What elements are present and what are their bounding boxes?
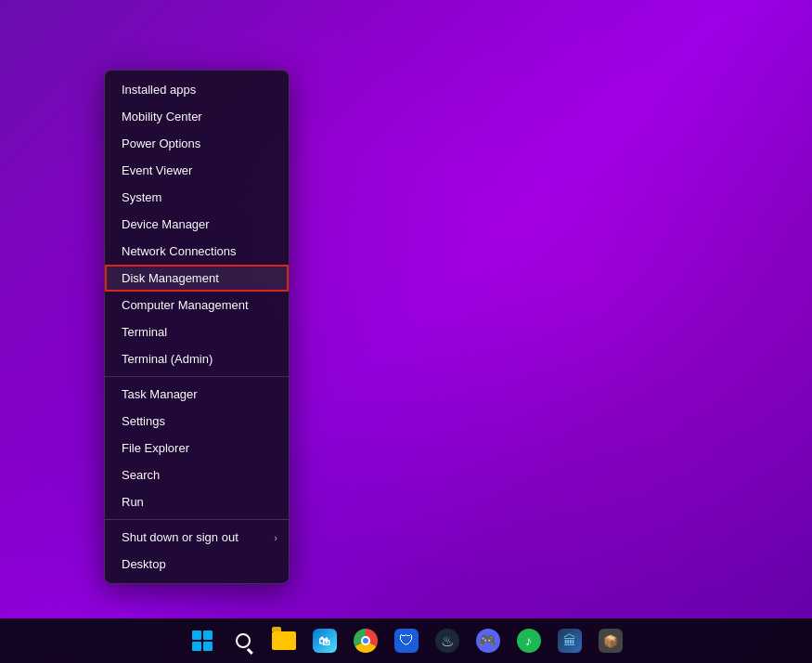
menu-separator bbox=[105, 376, 289, 377]
folder-icon bbox=[272, 631, 296, 650]
taskbar-icon-search[interactable] bbox=[225, 622, 262, 659]
store-icon: 🛍 bbox=[313, 629, 337, 653]
taskbar-icon-bitwarden[interactable]: 🛡 bbox=[388, 622, 425, 659]
menu-item-network-connections[interactable]: Network Connections bbox=[105, 238, 289, 265]
search-icon bbox=[236, 633, 251, 648]
menu-item-installed-apps[interactable]: Installed apps bbox=[105, 76, 289, 103]
menu-item-settings[interactable]: Settings bbox=[105, 408, 289, 435]
menu-item-disk-management[interactable]: Disk Management bbox=[105, 265, 289, 292]
menu-item-terminal[interactable]: Terminal bbox=[105, 318, 289, 345]
taskbar-icon-steam[interactable]: ♨ bbox=[429, 622, 466, 659]
bitwarden-icon: 🛡 bbox=[394, 629, 419, 653]
menu-item-computer-management[interactable]: Computer Management bbox=[105, 292, 289, 318]
menu-separator bbox=[105, 519, 289, 520]
taskbar: 🛍🛡♨🎮♪🏛📦 bbox=[0, 618, 812, 663]
menu-item-desktop[interactable]: Desktop bbox=[105, 551, 289, 578]
menu-item-system[interactable]: System bbox=[105, 184, 289, 211]
menu-item-event-viewer[interactable]: Event Viewer bbox=[105, 157, 289, 184]
menu-item-run[interactable]: Run bbox=[105, 488, 289, 515]
menu-item-mobility-center[interactable]: Mobility Center bbox=[105, 103, 289, 130]
windows-logo-icon bbox=[192, 630, 213, 651]
taskbar-icon-chrome[interactable] bbox=[347, 622, 384, 659]
menu-item-device-manager[interactable]: Device Manager bbox=[105, 211, 289, 238]
context-menu: Installed appsMobility CenterPower Optio… bbox=[104, 70, 290, 584]
spotify-icon: ♪ bbox=[517, 629, 541, 653]
chevron-right-icon: › bbox=[274, 532, 277, 543]
security-icon: 🏛 bbox=[558, 629, 582, 653]
menu-item-task-manager[interactable]: Task Manager bbox=[105, 381, 289, 408]
menu-item-search[interactable]: Search bbox=[105, 462, 289, 488]
taskbar-icon-windows-security[interactable]: 🏛 bbox=[551, 622, 588, 659]
menu-item-file-explorer[interactable]: File Explorer bbox=[105, 435, 289, 462]
menu-item-power-options[interactable]: Power Options bbox=[105, 130, 289, 157]
taskbar-icon-windows-start[interactable] bbox=[184, 622, 221, 659]
menu-item-terminal-admin[interactable]: Terminal (Admin) bbox=[105, 345, 289, 372]
discord-icon: 🎮 bbox=[476, 629, 500, 653]
taskbar-icon-unknown1[interactable]: 📦 bbox=[592, 622, 629, 659]
taskbar-icon-file-explorer[interactable] bbox=[265, 622, 303, 659]
steam-icon: ♨ bbox=[435, 629, 459, 653]
unknown1-icon: 📦 bbox=[599, 629, 623, 653]
menu-item-shut-down-sign-out[interactable]: Shut down or sign out› bbox=[105, 524, 289, 551]
taskbar-icon-discord[interactable]: 🎮 bbox=[470, 622, 507, 659]
chrome-icon bbox=[354, 629, 378, 653]
taskbar-icon-store[interactable]: 🛍 bbox=[306, 622, 343, 659]
taskbar-icon-spotify[interactable]: ♪ bbox=[510, 622, 548, 659]
